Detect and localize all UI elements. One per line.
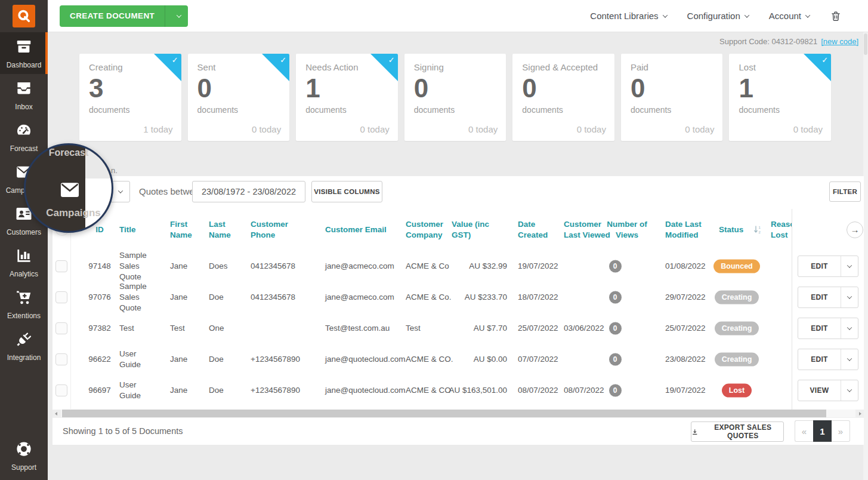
page-scrollbar-thumb[interactable] [864,33,867,55]
sidebar-item-integration[interactable]: Integration [0,325,48,367]
pagination-next-button[interactable]: » [832,420,850,442]
chevron-down-icon [847,325,852,330]
table-row[interactable]: 97148 Sample Sales Quote Jane Does 04123… [52,251,792,282]
col-value[interactable]: Value (inc GST) [446,219,507,241]
campaigns-magnifier-overlay: Forecast Campaigns [24,143,113,233]
action-caret[interactable] [841,256,858,276]
row-action-button[interactable]: VIEW [798,380,858,401]
col-reason-lost[interactable]: Reason Lost [771,219,792,241]
views-badge: 0 [609,353,622,366]
table-row[interactable]: 96622 User Guide Jane Doe +1234567890 ja… [52,344,792,375]
sidebar-item-analytics[interactable]: Analytics [0,241,48,283]
pagination-prev-button[interactable]: « [795,420,813,442]
app-logo[interactable] [0,0,48,32]
cell-title: User Guide [119,380,159,401]
cell-date-created: 25/07/2022 [518,323,566,334]
sidebar-item-extentions[interactable]: Extentions [0,283,48,325]
cell-value: AU $7.70 [446,323,507,334]
card-signing[interactable]: ✓ Signing 0 documents 0 today [404,54,506,141]
cell-value: AU $0.00 [446,354,507,365]
col-last-name[interactable]: Last Name [209,219,242,241]
filter-button[interactable]: FILTER [829,181,861,202]
check-icon: ✓ [388,56,395,64]
card-today: 0 today [252,124,281,134]
action-label[interactable]: EDIT [798,287,841,307]
scrollbar-right-arrow[interactable] [855,410,864,417]
card-signed-accepted[interactable]: ✓ Signed & Accepted 0 documents 0 today [512,54,614,141]
new-code-link[interactable]: [new code] [821,37,858,46]
card-today: 0 today [577,124,606,134]
col-date-last-modified[interactable]: Date Last Modified [665,219,714,241]
check-icon: ✓ [821,56,828,64]
card-needs-action[interactable]: ✓ Needs Action 1 documents 0 today [296,54,398,141]
scrollbar-thumb[interactable] [62,410,826,417]
action-caret[interactable] [841,318,858,339]
trash-icon[interactable] [830,10,842,22]
q-logo-icon [13,5,35,27]
table-row[interactable]: 96697 User Guide Jane Doe +1234567890 ja… [52,375,792,406]
menu-account[interactable]: Account [769,11,810,21]
cell-phone: 0412345678 [251,292,305,303]
col-customer-email[interactable]: Customer Email [325,224,401,235]
action-label[interactable]: VIEW [798,380,841,401]
table-horizontal-scrollbar[interactable] [52,410,864,417]
svg-text:2: 2 [759,230,761,234]
cell-id: 97148 [85,261,114,272]
sidebar-item-forecast[interactable]: Forecast [0,116,48,158]
card-unit: documents [305,105,388,115]
action-label[interactable]: EDIT [798,256,841,276]
cell-date-modified: 19/07/2022 [665,385,714,396]
col-title[interactable]: Title [119,224,159,235]
sidebar-item-dashboard[interactable]: Dashboard [0,32,48,74]
card-lost[interactable]: ✓ Lost 1 documents 0 today [729,54,831,141]
page-scrollbar[interactable] [863,32,868,480]
card-sent[interactable]: ✓ Sent 0 documents 0 today [188,54,290,141]
create-document-button[interactable]: CREATE DOCUMENT [60,5,188,27]
row-checkbox[interactable] [55,322,67,334]
row-action-button[interactable]: EDIT [798,318,858,339]
menu-content-libraries[interactable]: Content Libraries [590,11,666,21]
card-paid[interactable]: ✓ Paid 0 documents 0 today [621,54,723,141]
col-customer-phone[interactable]: Customer Phone [251,219,305,241]
table-row[interactable]: 97382 Test Test One Test@test.com.au Tes… [52,313,792,344]
table-header-row: ID Title First Name Last Name Customer P… [52,211,792,249]
action-caret[interactable] [841,349,858,370]
row-action-button[interactable]: EDIT [798,256,858,277]
action-caret[interactable] [841,380,858,401]
action-caret[interactable] [841,287,858,307]
chevron-down-icon [662,13,667,17]
cell-last-name: Does [209,261,242,272]
cell-date-modified: 29/07/2022 [665,292,714,303]
scrollbar-left-arrow[interactable] [52,410,61,417]
row-checkbox[interactable] [55,291,67,303]
sidebar-item-inbox[interactable]: Inbox [0,74,48,116]
cell-last-name: Doe [209,354,242,365]
cell-date-modified: 23/08/2022 [665,354,714,365]
cell-id: 97076 [85,292,114,303]
card-unit: documents [414,105,497,115]
card-today: 1 today [143,124,172,134]
action-label[interactable]: EDIT [798,318,841,339]
col-date-created[interactable]: Date Created [518,219,566,241]
views-badge: 0 [609,322,622,335]
menu-configuration[interactable]: Configuration [687,11,749,21]
col-first-name[interactable]: First Name [170,219,202,241]
sidebar-item-support[interactable]: Support [0,435,48,476]
create-document-caret[interactable] [165,5,188,27]
pagination-page-1[interactable]: 1 [813,420,832,442]
row-action-button[interactable]: EDIT [798,349,858,370]
row-action-button[interactable]: EDIT [798,287,858,308]
chevron-down-icon [847,356,852,361]
col-number-of-views[interactable]: Number of Views [603,219,651,241]
row-checkbox[interactable] [55,384,67,396]
action-label[interactable]: EDIT [798,349,841,370]
table-row[interactable]: 97076 Sample Sales Quote Jane Doe 041234… [52,282,792,313]
row-checkbox[interactable] [55,260,67,272]
card-creating[interactable]: ✓ Creating 3 documents 1 today [79,54,181,141]
sort-icon[interactable]: 12 [753,225,762,236]
row-checkbox[interactable] [55,353,67,365]
sidebar-item-label: Dashboard [7,61,42,69]
scroll-right-button[interactable]: → [847,221,863,238]
export-sales-quotes-button[interactable]: EXPORT SALES QUOTES [691,421,784,442]
showing-text: Showing 1 to 5 of 5 Documents [63,426,183,436]
